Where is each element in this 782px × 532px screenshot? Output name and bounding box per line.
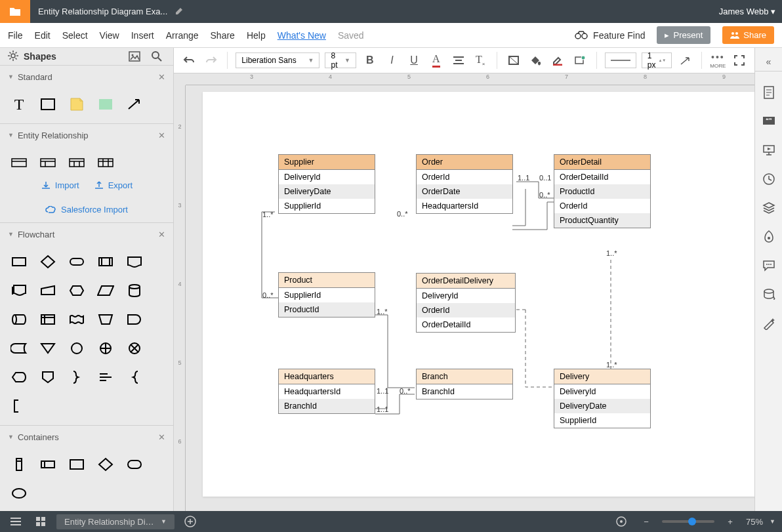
shape-fc-predef[interactable]: [94, 251, 117, 273]
gear-icon[interactable]: [8, 51, 18, 63]
shape-erd-3[interactable]: [66, 152, 88, 174]
feature-find[interactable]: Feature Find: [575, 30, 645, 41]
shape-arrow[interactable]: [123, 93, 146, 115]
search-icon[interactable]: [148, 48, 165, 65]
magic-icon[interactable]: [761, 316, 777, 331]
image-icon[interactable]: [126, 48, 143, 65]
chat-icon[interactable]: [761, 258, 777, 274]
shape-fc-process[interactable]: [8, 251, 30, 273]
close-icon[interactable]: ✕: [158, 72, 165, 82]
menu-insert[interactable]: Insert: [131, 30, 154, 41]
collapse-right-panel[interactable]: «: [755, 52, 782, 72]
shape-fc-db[interactable]: [123, 279, 146, 302]
menu-share[interactable]: Share: [211, 30, 235, 41]
list-view-icon[interactable]: [7, 512, 25, 531]
zoom-slider[interactable]: [662, 520, 714, 523]
cat-containers-header[interactable]: ▼Containers✕: [0, 426, 173, 448]
entity-order-detail-delivery[interactable]: OrderDetailDelivery DeliveryId OrderId O…: [416, 273, 516, 333]
menu-file[interactable]: File: [8, 30, 23, 41]
shape-style-button[interactable]: [571, 51, 588, 70]
entity-product[interactable]: Product SupplierId ProductId: [278, 272, 375, 317]
shape-cont-2[interactable]: [37, 453, 59, 476]
shape-fc-stored[interactable]: [8, 337, 30, 359]
menu-arrange[interactable]: Arrange: [166, 30, 199, 41]
zoom-menu[interactable]: ▼: [770, 518, 775, 525]
shape-fc-manualop[interactable]: [94, 308, 117, 331]
shape-cont-5[interactable]: [123, 453, 146, 476]
entity-headquarters[interactable]: Headquarters HeadquartersId BranchId: [278, 369, 375, 414]
cat-entity-rel-header[interactable]: ▼Entity Relationship✕: [0, 124, 173, 146]
shape-erd-4[interactable]: [94, 152, 117, 174]
themes-icon[interactable]: [761, 229, 777, 245]
shape-fc-manualinput[interactable]: [37, 279, 59, 302]
cat-standard-header[interactable]: ▼Standard✕: [0, 66, 173, 88]
menu-select[interactable]: Select: [62, 30, 88, 41]
font-size-select[interactable]: 8 pt▼: [325, 52, 356, 68]
menu-view[interactable]: View: [100, 30, 119, 41]
font-select[interactable]: Liberation Sans▼: [236, 52, 319, 68]
close-icon[interactable]: ✕: [158, 131, 165, 140]
shape-cont-1[interactable]: [8, 453, 30, 476]
present-button[interactable]: ▸ Present: [657, 26, 710, 44]
grid-view-icon[interactable]: [31, 512, 50, 531]
fullscreen-button[interactable]: [731, 51, 748, 70]
shape-fc-internal[interactable]: [37, 308, 59, 331]
line-width-select[interactable]: 1 px▲▼: [642, 52, 672, 68]
shape-fc-terminal[interactable]: [66, 251, 88, 273]
shape-fc-doc[interactable]: [123, 251, 146, 273]
shape-fc-doc2[interactable]: [8, 279, 30, 302]
shape-fill-button[interactable]: [505, 51, 522, 70]
underline-button[interactable]: U: [405, 51, 422, 70]
close-icon[interactable]: ✕: [158, 432, 165, 442]
entity-delivery[interactable]: Delivery DeliveryId DeliveryDate Supplie…: [554, 369, 651, 428]
redo-button[interactable]: [203, 51, 220, 70]
text-color-button[interactable]: A: [428, 51, 445, 70]
present-icon[interactable]: [761, 142, 777, 158]
shape-erd-1[interactable]: [8, 152, 30, 174]
shape-fc-directdata[interactable]: [8, 308, 30, 331]
shape-note[interactable]: [66, 93, 88, 115]
shape-block[interactable]: [94, 93, 117, 115]
shape-fc-connector[interactable]: [66, 337, 88, 359]
comments-icon[interactable]: ❝❞: [761, 113, 777, 129]
line-style-select[interactable]: [605, 52, 636, 68]
shape-fc-delay[interactable]: [123, 308, 146, 331]
add-page-button[interactable]: [181, 512, 199, 531]
entity-branch[interactable]: Branch BranchId: [416, 369, 513, 399]
shape-rect[interactable]: [37, 93, 59, 115]
shape-cont-3[interactable]: [66, 453, 88, 476]
data-icon[interactable]: [761, 287, 777, 302]
shape-cont-4[interactable]: [94, 453, 117, 476]
shape-fc-tape[interactable]: [66, 308, 88, 331]
shape-fc-or[interactable]: [94, 337, 117, 359]
shape-fc-brace-r[interactable]: [66, 366, 88, 388]
align-button[interactable]: [450, 51, 467, 70]
line-arrow-button[interactable]: [677, 51, 694, 70]
shape-fc-prep[interactable]: [66, 279, 88, 302]
shape-fc-merge[interactable]: [37, 337, 59, 359]
shape-erd-2[interactable]: [37, 152, 59, 174]
folder-icon[interactable]: [0, 0, 30, 23]
shape-fc-data[interactable]: [94, 279, 117, 302]
share-button[interactable]: Share: [722, 26, 774, 44]
menu-edit[interactable]: Edit: [35, 30, 51, 41]
border-color-button[interactable]: [549, 51, 566, 70]
shape-text[interactable]: T: [8, 93, 30, 115]
menu-whats-new[interactable]: What's New: [278, 30, 326, 41]
canvas[interactable]: 1..* 0..* 1..* 1..1 1..1 0..* 0..* 1..1 …: [186, 85, 754, 511]
menu-help[interactable]: Help: [247, 30, 266, 41]
zoom-in-button[interactable]: +: [721, 512, 739, 531]
layers-icon[interactable]: [761, 200, 777, 216]
user-menu[interactable]: James Webb ▾: [719, 7, 775, 16]
shape-fc-decision[interactable]: [37, 251, 59, 273]
fill-color-button[interactable]: [527, 51, 545, 70]
history-icon[interactable]: [761, 171, 777, 187]
import-link[interactable]: Import: [41, 180, 79, 190]
doc-title[interactable]: Entity Relationship Diagram Exa...: [38, 7, 167, 16]
page[interactable]: 1..* 0..* 1..* 1..1 1..1 0..* 0..* 1..1 …: [203, 92, 754, 497]
page-tab[interactable]: Entity Relationship Dia...▼: [56, 514, 175, 529]
shape-fc-display[interactable]: [8, 366, 30, 388]
cat-flowchart-header[interactable]: ▼Flowchart✕: [0, 223, 173, 245]
shape-fc-bracket[interactable]: [8, 395, 30, 417]
zoom-fit-button[interactable]: [612, 512, 630, 531]
